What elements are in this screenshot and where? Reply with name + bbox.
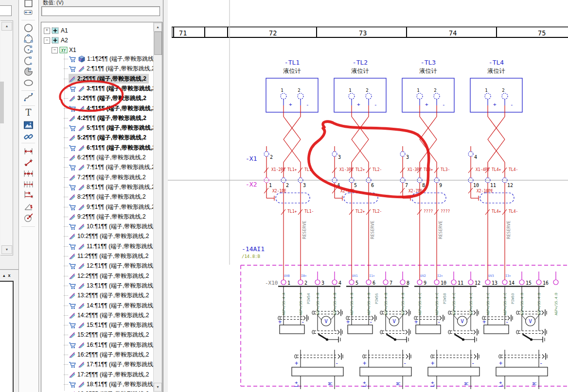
tree-item[interactable]: 3:2¶¶¶ (端子,带鞍形跳线,2 — [69, 93, 146, 103]
tree-item[interactable]: 2:¶1¶¶ (端子,带鞍形跳线,2 — [69, 64, 154, 73]
tree-item[interactable]: 12:2¶¶¶ (端子,带鞍形跳线,2 — [69, 271, 149, 281]
dock-scrollbar-thumb[interactable] — [0, 82, 4, 123]
tree-item[interactable]: 18:2¶¶¶ (端子,带鞍形跳线,2 — [69, 389, 149, 392]
svg-text:+: + — [357, 102, 360, 108]
tree-item[interactable]: 13:2¶¶¶ (端子,带鞍形跳线,2 — [69, 290, 149, 300]
tree-item[interactable]: 14:2¶¶¶ (端子,带鞍形跳线,2 — [69, 310, 149, 320]
tree-item-label: 17:¶1¶¶ (端子,带鞍形跳线,2 — [87, 360, 154, 369]
tree-scrollbar[interactable]: ▲ ▼ — [153, 22, 162, 392]
svg-text:3: 3 — [406, 154, 409, 160]
schematic-canvas[interactable]: 7172737475-X1-X2-14AI1/14.8:B-X10-TL1液位计… — [168, 0, 568, 392]
tree-node-a2[interactable]: −A2 — [44, 35, 68, 45]
toolbar-separator — [21, 226, 35, 227]
tree-item-label: 3:¶1¶¶ (端子,带鞍形跳线,2 — [87, 85, 154, 93]
dim-baseline-icon[interactable] — [23, 189, 34, 200]
close-icon[interactable]: x — [8, 273, 11, 278]
tree-item[interactable]: 2:2¶¶¶ (端子,带鞍形跳线,2 — [69, 74, 149, 84]
scroll-up-icon[interactable]: ▲ — [154, 23, 162, 32]
pie-icon[interactable] — [23, 66, 34, 77]
tree-item[interactable]: 14:¶1¶¶ (端子,带鞍形跳线,2 — [69, 301, 154, 310]
toolbar-separator — [21, 143, 35, 143]
tree-item-label: 3:2¶¶¶ (端子,带鞍形跳线,2 — [77, 94, 146, 102]
dim-linear-icon[interactable] — [23, 146, 34, 157]
image-icon[interactable] — [23, 119, 34, 131]
ellipse-icon[interactable] — [23, 77, 34, 88]
svg-text:TL2-: TL2- — [373, 168, 382, 172]
tree-item-label: 16:2¶¶¶ (端子,带鞍形跳线,2 — [77, 351, 149, 359]
tree-item[interactable]: 7:2¶¶¶ (端子,带鞍形跳线,2 — [69, 172, 146, 182]
dim-angle-icon[interactable] — [23, 201, 34, 212]
tree-node-a1[interactable]: +A1 — [44, 26, 68, 35]
svg-text:液位计: 液位计 — [283, 68, 301, 74]
application-window: ▲ ▼ ▴ x T 数值: (V) +A1−A2−XYX11:1¶2¶¶ (端子… — [0, 0, 568, 392]
tree-item[interactable]: 3:¶1¶¶ (端子,带鞍形跳线,2 — [69, 84, 154, 93]
dim-radius-icon[interactable] — [23, 212, 34, 223]
collapse-icon[interactable]: − — [44, 37, 50, 44]
scroll-down-icon[interactable]: ▼ — [154, 383, 162, 392]
svg-text:M: M — [396, 382, 401, 385]
tree-item-label: 5:¶1¶¶ (端子,带鞍形跳线,2 — [87, 124, 154, 132]
tree-item[interactable]: 16:2¶¶¶ (端子,带鞍形跳线,2 — [69, 350, 149, 359]
svg-text:-14AI1: -14AI1 — [242, 245, 265, 253]
tree-item[interactable]: 17:¶1¶¶ (端子,带鞍形跳线,2 — [69, 359, 154, 369]
svg-text:+: + — [493, 102, 497, 108]
tree-scrollbar-thumb[interactable] — [154, 32, 162, 55]
expand-icon[interactable]: + — [44, 28, 50, 34]
tree-item[interactable]: 18:¶1¶¶ (端子,带鞍形跳线,2 — [69, 379, 154, 389]
tree-item[interactable]: 15:¶1¶¶ (端子,带鞍形跳线,2 — [69, 320, 154, 330]
svg-text:7: 7 — [390, 280, 392, 286]
tree-item-label: 18:2¶¶¶ (端子,带鞍形跳线,2 — [77, 390, 149, 392]
svg-text:UV1: UV1 — [352, 274, 358, 278]
dim-aligned-icon[interactable] — [23, 157, 34, 169]
dock-mini-input[interactable] — [0, 5, 12, 16]
spline-icon[interactable] — [23, 92, 34, 103]
dim-chain-icon[interactable] — [23, 168, 34, 179]
tree-item[interactable]: 8:¶1¶¶ (端子,带鞍形跳线,2 — [69, 182, 154, 192]
tree-item[interactable]: 10:2¶¶¶ (端子,带鞍形跳线,2 — [69, 231, 149, 241]
svg-text:-TL2: -TL2 — [353, 59, 368, 66]
tree-item[interactable]: 17:2¶¶¶ (端子,带鞍形跳线,2 — [69, 370, 149, 379]
tree-item[interactable]: 1:1¶2¶¶ (端子,带鞍形跳线,2 — [69, 54, 154, 64]
tree-item[interactable]: 8:2¶¶¶ (端子,带鞍形跳线,2 — [69, 192, 146, 202]
tree-item[interactable]: 11:¶1¶¶ (端子,带鞍形跳线,2 — [69, 241, 154, 251]
tree-item[interactable]: 13:¶1¶¶ (端子,带鞍形跳线,2 — [69, 281, 154, 290]
schematic-pane[interactable]: 7172737475-X1-X2-14AI1/14.8:B-X10-TL1液位计… — [168, 0, 568, 392]
value-input[interactable] — [41, 6, 160, 16]
svg-text:I3+: I3+ — [505, 274, 511, 278]
circle-icon[interactable] — [23, 22, 34, 34]
svg-text:AGP+/35.4:D: AGP+/35.4:D — [554, 293, 558, 315]
tree-item[interactable]: 16:¶1¶¶ (端子,带鞍形跳线,2 — [69, 340, 154, 350]
svg-text:TL2-: TL2- — [373, 209, 382, 214]
svg-text:1: 1 — [417, 88, 419, 93]
svg-text:-X1: -X1 — [246, 155, 257, 162]
collapse-icon[interactable]: − — [52, 47, 58, 53]
svg-text:L+: L+ — [294, 381, 299, 387]
text-icon[interactable]: T — [23, 107, 34, 118]
svg-text:I1+: I1+ — [369, 274, 375, 278]
tree-item[interactable]: 6:¶1¶¶ (端子,带鞍形跳线,2 — [69, 143, 154, 153]
svg-text:M: M — [464, 382, 469, 385]
scroll-down-icon[interactable]: ▼ — [1, 245, 12, 254]
svg-text:RESERVE: RESERVE — [506, 221, 511, 239]
scroll-up-icon[interactable]: ▲ — [1, 22, 12, 31]
tree-item[interactable]: 10:¶1¶¶ (端子,带鞍形跳线,2 — [69, 222, 154, 231]
circle-points-icon[interactable] — [23, 34, 34, 45]
arc-icon[interactable] — [23, 55, 34, 67]
pin-icon[interactable]: ▴ — [3, 273, 5, 278]
link-icon[interactable] — [23, 131, 34, 142]
dim-chain2-icon[interactable] — [23, 179, 34, 190]
connector-icon[interactable] — [23, 7, 34, 18]
tree-item[interactable]: 11:2¶¶¶ (端子,带鞍形跳线,2 — [69, 251, 148, 261]
tree-item[interactable]: 7:¶1¶¶ (端子,带鞍形跳线,2 — [69, 162, 154, 172]
tree-item[interactable]: 4:2¶¶¶ (端子,带鞍形跳线,2 — [69, 113, 146, 123]
tree-item[interactable]: 9:2¶¶¶ (端子,带鞍形跳线,2 — [69, 212, 146, 222]
tree-item[interactable]: 15:2¶¶¶ (端子,带鞍形跳线,2 — [69, 330, 149, 340]
tree-item[interactable]: 4:¶1¶¶ (端子,带鞍形跳线,2 — [69, 103, 154, 113]
tree-item[interactable]: 5:2¶¶¶ (端子,带鞍形跳线,2 — [69, 133, 146, 142]
svg-text:16: 16 — [543, 280, 549, 286]
arc-points-icon[interactable] — [23, 44, 34, 55]
tree-item[interactable]: 12:¶1¶¶ (端子,带鞍形跳线,2 — [69, 261, 154, 271]
tree-item[interactable]: 9:¶1¶¶ (端子,带鞍形跳线,2 — [69, 202, 154, 212]
tree-item[interactable]: 6:2¶¶¶ (端子,带鞍形跳线,2 — [69, 153, 146, 162]
tree-item[interactable]: 5:¶1¶¶ (端子,带鞍形跳线,2 — [69, 123, 154, 133]
